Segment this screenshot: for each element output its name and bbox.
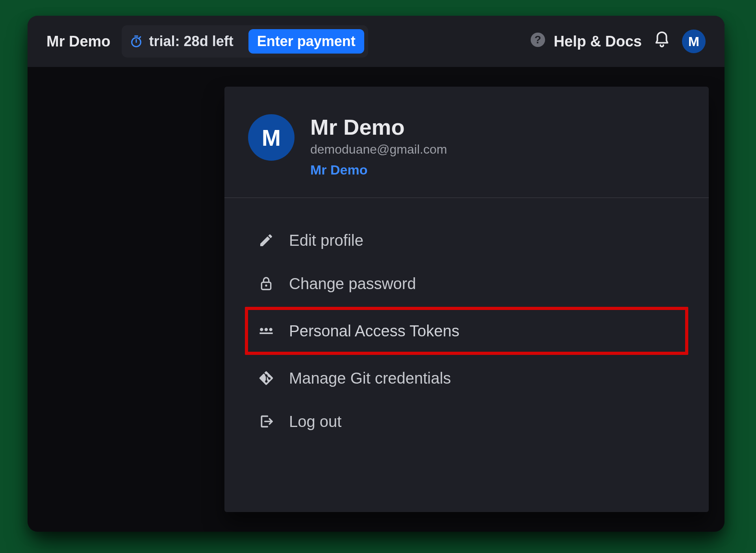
app-body: M Mr Demo demoduane@gmail.com Mr Demo Ed… <box>28 67 724 532</box>
trial-status-text: trial: 28d left <box>149 33 233 50</box>
profile-avatar: M <box>248 114 295 161</box>
svg-point-4 <box>265 284 267 286</box>
app-window: Mr Demo trial: 28d left Enter payment ? … <box>28 16 724 532</box>
stopwatch-icon <box>130 35 143 48</box>
menu-item-log-out[interactable]: Log out <box>248 401 685 442</box>
lock-icon <box>257 276 276 291</box>
menu-item-edit-profile[interactable]: Edit profile <box>248 219 685 261</box>
svg-point-5 <box>260 328 263 331</box>
profile-avatar-initial: M <box>262 124 281 151</box>
menu-item-label: Change password <box>289 275 416 293</box>
menu-item-label: Log out <box>289 413 341 431</box>
profile-email: demoduane@gmail.com <box>310 142 447 157</box>
user-menu: Edit profile Change password <box>224 198 709 454</box>
trial-pill[interactable]: trial: 28d left Enter payment <box>122 25 368 58</box>
help-icon: ? <box>529 31 547 52</box>
menu-item-label: Personal Access Tokens <box>289 322 460 340</box>
menu-item-change-password[interactable]: Change password <box>248 263 685 304</box>
menu-item-label: Edit profile <box>289 232 363 249</box>
git-icon <box>257 370 276 386</box>
svg-point-7 <box>269 328 272 331</box>
top-bar: Mr Demo trial: 28d left Enter payment ? … <box>28 16 724 67</box>
password-dots-icon <box>257 323 276 339</box>
svg-text:?: ? <box>535 33 541 46</box>
svg-point-6 <box>265 328 268 331</box>
avatar-initial: M <box>688 34 699 49</box>
logout-icon <box>257 414 276 429</box>
profile-section: M Mr Demo demoduane@gmail.com Mr Demo <box>224 87 709 197</box>
menu-item-label: Manage Git credentials <box>289 369 451 387</box>
svg-rect-8 <box>259 332 272 334</box>
notifications-button[interactable] <box>653 31 671 52</box>
menu-item-manage-git-credentials[interactable]: Manage Git credentials <box>248 357 685 399</box>
bell-icon <box>653 31 671 52</box>
profile-workspace-link[interactable]: Mr Demo <box>310 162 447 178</box>
enter-payment-button[interactable]: Enter payment <box>248 29 364 54</box>
user-avatar-button[interactable]: M <box>682 30 706 53</box>
help-docs-button[interactable]: ? Help & Docs <box>529 31 642 52</box>
user-menu-panel: M Mr Demo demoduane@gmail.com Mr Demo Ed… <box>224 87 709 512</box>
workspace-title: Mr Demo <box>46 33 111 50</box>
help-docs-label: Help & Docs <box>554 33 642 50</box>
menu-item-personal-access-tokens[interactable]: Personal Access Tokens <box>245 307 688 355</box>
pencil-icon <box>257 232 276 248</box>
profile-name: Mr Demo <box>310 114 447 140</box>
